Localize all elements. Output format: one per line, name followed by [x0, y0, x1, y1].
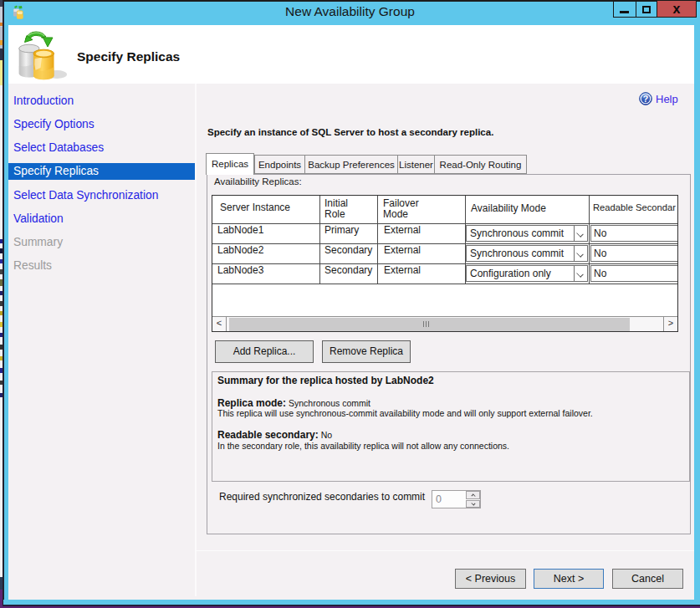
svg-text:?: ?: [643, 94, 648, 104]
